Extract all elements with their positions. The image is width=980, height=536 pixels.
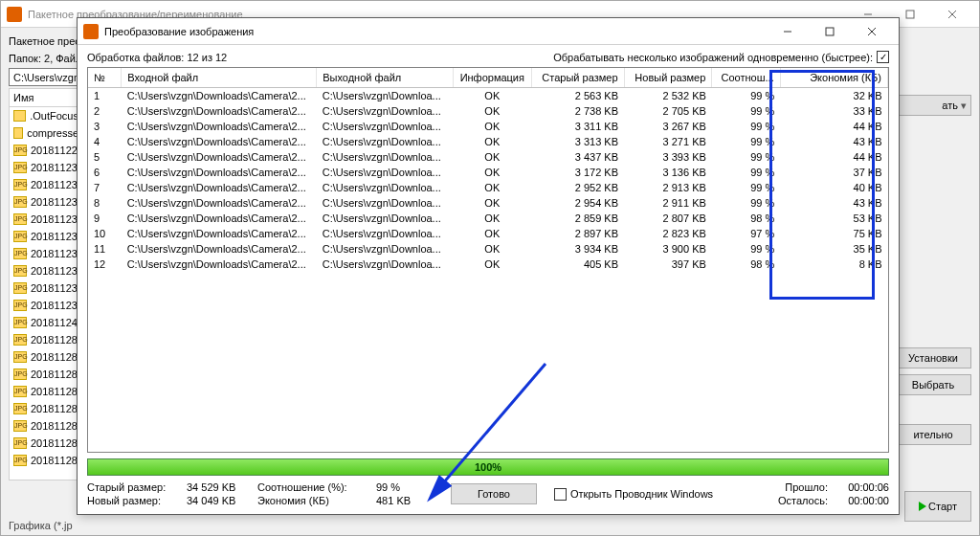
table-row[interactable]: 8C:\Users\vzgn\Downloads\Camera\2...C:\U… bbox=[88, 195, 888, 211]
column-header[interactable]: Новый размер bbox=[624, 68, 712, 88]
list-item[interactable]: JPG20181128 bbox=[10, 417, 82, 435]
results-grid[interactable]: №Входной файлВыходной файлИнформацияСтар… bbox=[87, 67, 889, 453]
list-item[interactable]: JPG20181122 bbox=[10, 142, 82, 159]
jpg-file-icon: JPG bbox=[13, 300, 27, 311]
choose-button[interactable]: Выбрать bbox=[895, 374, 971, 395]
jpg-file-icon: JPG bbox=[13, 368, 27, 380]
jpg-file-icon: JPG bbox=[13, 179, 27, 190]
filter-label: Графика (*.jp bbox=[9, 520, 73, 531]
jpg-file-icon: JPG bbox=[13, 248, 27, 259]
folder-icon bbox=[13, 110, 26, 122]
list-item[interactable]: JPG20181128 bbox=[10, 435, 82, 452]
list-item[interactable]: JPG20181124 bbox=[10, 314, 82, 331]
table-row[interactable]: 2C:\Users\vzgn\Downloads\Camera\2...C:\U… bbox=[88, 103, 888, 119]
savings-value: 481 KB bbox=[376, 495, 434, 506]
ratio-value: 99 % bbox=[376, 481, 434, 493]
parallel-checkbox[interactable] bbox=[877, 51, 889, 63]
list-item[interactable]: JPG20181123 bbox=[10, 211, 82, 228]
list-item[interactable]: JPG20181123 bbox=[10, 228, 82, 245]
table-row[interactable]: 6C:\Users\vzgn\Downloads\Camera\2...C:\U… bbox=[88, 165, 888, 180]
open-explorer-option[interactable]: Открыть Проводник Windows bbox=[554, 488, 713, 501]
file-name: 20181128 bbox=[31, 334, 78, 346]
jpg-file-icon: JPG bbox=[13, 455, 27, 466]
advanced-button[interactable]: ительно bbox=[895, 424, 971, 445]
file-name: 20181123 bbox=[31, 213, 78, 225]
table-row[interactable]: 7C:\Users\vzgn\Downloads\Camera\2...C:\U… bbox=[88, 180, 888, 195]
list-item[interactable]: JPG20181128 bbox=[10, 331, 82, 348]
jpg-file-icon: JPG bbox=[13, 403, 27, 414]
list-item[interactable]: JPG20181128 bbox=[10, 400, 82, 417]
app-icon bbox=[83, 24, 99, 39]
dialog-topbar: Обработка файлов: 12 из 12 Обрабатывать … bbox=[87, 51, 889, 63]
list-item[interactable]: JPG20181123 bbox=[10, 262, 82, 279]
close-button[interactable] bbox=[931, 1, 973, 28]
column-header[interactable]: Выходной файл bbox=[317, 68, 454, 88]
files-progress-label: Обработка файлов: 12 из 12 bbox=[87, 52, 227, 63]
table-row[interactable]: 12C:\Users\vzgn\Downloads\Camera\2...C:\… bbox=[88, 257, 888, 272]
column-header[interactable]: Входной файл bbox=[122, 68, 317, 88]
list-item[interactable]: compresse bbox=[10, 124, 82, 142]
jpg-file-icon: JPG bbox=[13, 265, 27, 277]
jpg-file-icon: JPG bbox=[13, 386, 27, 397]
list-item[interactable]: JPG20181128 bbox=[10, 348, 82, 366]
new-size-label: Новый размер: bbox=[87, 495, 183, 506]
jpg-file-icon: JPG bbox=[13, 145, 27, 156]
close-button[interactable] bbox=[851, 18, 893, 45]
file-name: 20181122 bbox=[31, 145, 78, 156]
jpg-file-icon: JPG bbox=[13, 437, 27, 449]
list-item[interactable]: JPG20181123 bbox=[10, 159, 82, 176]
list-item[interactable]: JPG20181128 bbox=[10, 383, 82, 400]
column-header[interactable]: № bbox=[88, 68, 122, 88]
dialog-bottom: Старый размер: 34 529 KB Соотношение (%)… bbox=[87, 481, 889, 506]
old-size-value: 34 529 KB bbox=[187, 481, 254, 493]
list-item[interactable]: JPG20181123 bbox=[10, 245, 82, 262]
column-header[interactable]: Старый размер bbox=[531, 68, 624, 88]
chevron-down-icon bbox=[961, 100, 967, 112]
app-icon bbox=[7, 7, 22, 22]
file-name: 20181123 bbox=[31, 300, 78, 311]
list-item[interactable]: JPG20181123 bbox=[10, 193, 82, 211]
minimize-button[interactable] bbox=[767, 18, 809, 45]
jpg-file-icon: JPG bbox=[13, 162, 27, 173]
file-name: 20181123 bbox=[31, 248, 78, 259]
open-explorer-checkbox[interactable] bbox=[554, 488, 567, 501]
file-list[interactable]: .OutFocuscompresseJPG20181122JPG20181123… bbox=[9, 107, 83, 480]
file-name: 20181128 bbox=[31, 368, 78, 380]
maximize-button[interactable] bbox=[809, 18, 851, 45]
settings-button[interactable]: Установки bbox=[895, 347, 971, 368]
list-item[interactable]: JPG20181123 bbox=[10, 297, 82, 314]
table-row[interactable]: 9C:\Users\vzgn\Downloads\Camera\2...C:\U… bbox=[88, 211, 888, 226]
savings-label: Экономия (КБ) bbox=[257, 495, 372, 506]
list-item[interactable]: JPG20181128 bbox=[10, 366, 82, 383]
list-item[interactable]: JPG20181123 bbox=[10, 279, 82, 297]
start-button[interactable]: Старт bbox=[904, 491, 971, 522]
table-row[interactable]: 4C:\Users\vzgn\Downloads\Camera\2...C:\U… bbox=[88, 134, 888, 149]
filelist-header[interactable]: Имя bbox=[9, 88, 83, 107]
parallel-option[interactable]: Обрабатывать несколько изображений однов… bbox=[553, 51, 889, 63]
file-name: .OutFocus bbox=[30, 110, 78, 122]
column-header[interactable]: Экономия (КБ) bbox=[780, 68, 887, 88]
done-button[interactable]: Готово bbox=[451, 483, 537, 504]
table-row[interactable]: 10C:\Users\vzgn\Downloads\Camera\2...C:\… bbox=[88, 226, 888, 241]
dialog-title: Преобразование изображения bbox=[104, 26, 767, 37]
list-item[interactable]: JPG20181123 bbox=[10, 176, 82, 193]
remaining-value: 00:00:00 bbox=[832, 495, 889, 506]
new-size-value: 34 049 KB bbox=[187, 495, 254, 506]
file-name: 20181128 bbox=[31, 420, 78, 432]
list-item[interactable]: JPG20181128 bbox=[10, 452, 82, 469]
ratio-label: Соотношение (%): bbox=[257, 481, 372, 493]
column-header[interactable]: Информация bbox=[454, 68, 532, 88]
results-table: №Входной файлВыходной файлИнформацияСтар… bbox=[88, 68, 888, 272]
table-row[interactable]: 5C:\Users\vzgn\Downloads\Camera\2...C:\U… bbox=[88, 149, 888, 165]
progress-bar: 100% bbox=[87, 458, 889, 476]
folder-count-label: Папок: 2, Файл bbox=[9, 53, 81, 64]
table-row[interactable]: 11C:\Users\vzgn\Downloads\Camera\2...C:\… bbox=[88, 241, 888, 257]
folder-icon bbox=[13, 127, 23, 139]
file-name: 20181128 bbox=[31, 403, 78, 414]
list-item[interactable]: .OutFocus bbox=[10, 107, 82, 124]
column-header[interactable]: Соотнош... bbox=[712, 68, 780, 88]
table-row[interactable]: 3C:\Users\vzgn\Downloads\Camera\2...C:\U… bbox=[88, 119, 888, 134]
format-combo[interactable]: ать bbox=[895, 95, 971, 116]
table-row[interactable]: 1C:\Users\vzgn\Downloads\Camera\2...C:\U… bbox=[88, 88, 888, 104]
jpg-file-icon: JPG bbox=[13, 196, 27, 208]
